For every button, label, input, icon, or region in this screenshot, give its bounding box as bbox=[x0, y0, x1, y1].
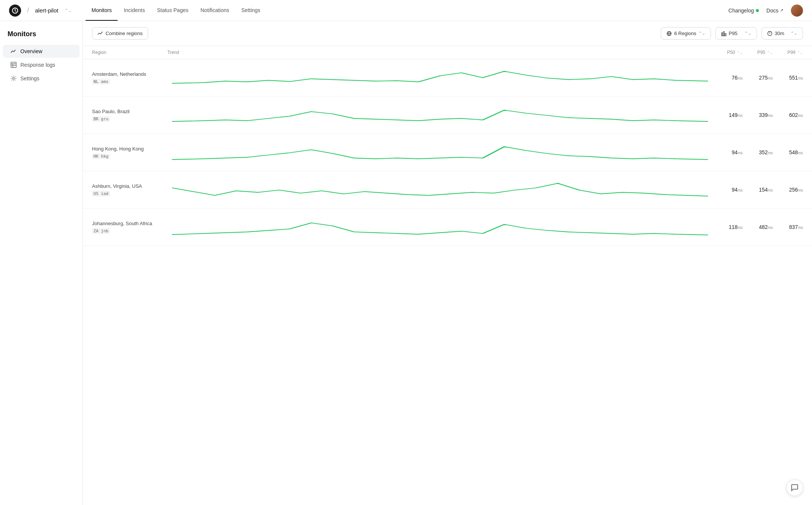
region-code-gru: BR gru bbox=[92, 116, 110, 122]
svg-line-2 bbox=[15, 11, 16, 12]
nav-monitors[interactable]: Monitors bbox=[86, 0, 118, 21]
p99-iad: 256ms bbox=[773, 187, 803, 193]
percentile-label: P95 bbox=[729, 31, 737, 36]
p50-iad: 94ms bbox=[712, 187, 743, 193]
docs-button[interactable]: Docs ↗ bbox=[766, 8, 783, 14]
col-p95[interactable]: P95 ⌃⌄ bbox=[743, 50, 773, 55]
globe-icon bbox=[666, 31, 672, 36]
p50-jnb: 118ms bbox=[712, 224, 743, 230]
region-name-ams: Amsterdam, Netherlands bbox=[92, 71, 167, 78]
time-chevron: ⌃⌄ bbox=[791, 31, 797, 36]
col-p99[interactable]: P99 ⌃⌄ bbox=[773, 50, 803, 55]
time-label: 30m bbox=[775, 31, 784, 36]
p99-hkg: 548ms bbox=[773, 149, 803, 155]
nav-incidents[interactable]: Incidents bbox=[118, 0, 151, 21]
p50-gru: 149ms bbox=[712, 112, 743, 118]
col-p50-label: P50 bbox=[727, 50, 735, 55]
table-row: Amsterdam, Netherlands NL ams 76ms 275ms… bbox=[83, 59, 812, 97]
sidebar-item-overview[interactable]: Overview bbox=[3, 45, 80, 58]
nav-notifications[interactable]: Notifications bbox=[195, 0, 235, 21]
sidebar-settings-label: Settings bbox=[20, 75, 40, 81]
p95-jnb: 482ms bbox=[743, 224, 773, 230]
region-info-jnb: Johannesburg, South Africa ZA jnb bbox=[92, 220, 167, 234]
combine-regions-button[interactable]: Combine regions bbox=[92, 27, 148, 40]
p99-sort-icon: ⌃⌄ bbox=[797, 51, 803, 55]
svg-rect-13 bbox=[725, 34, 726, 36]
chat-icon bbox=[791, 484, 798, 491]
region-info-gru: Sao Paulo, Brazil BR gru bbox=[92, 108, 167, 122]
app-logo[interactable] bbox=[9, 5, 21, 17]
p50-sort-icon: ⌃⌄ bbox=[737, 51, 743, 55]
svg-rect-3 bbox=[11, 62, 16, 68]
region-name-iad: Ashburn, Virginia, USA bbox=[92, 183, 167, 190]
timer-icon bbox=[767, 31, 772, 36]
regions-select[interactable]: 6 Regions ⌃⌄ bbox=[661, 27, 711, 40]
sidebar-item-settings[interactable]: Settings bbox=[3, 72, 80, 85]
region-code-hkg: HK hkg bbox=[92, 153, 110, 159]
docs-label: Docs bbox=[766, 8, 778, 14]
p95-sort-icon: ⌃⌄ bbox=[767, 51, 773, 55]
app-name: alert-pilot bbox=[35, 7, 58, 14]
percentile-select[interactable]: P95 ⌃⌄ bbox=[715, 27, 757, 40]
p95-gru: 339ms bbox=[743, 112, 773, 118]
changelog-dot bbox=[756, 9, 759, 12]
main-layout: Monitors Overview Response logs bbox=[0, 21, 812, 505]
region-code-jnb: ZA jnb bbox=[92, 228, 110, 234]
region-info-iad: Ashburn, Virginia, USA US iad bbox=[92, 183, 167, 196]
col-trend-label: Trend bbox=[167, 50, 179, 55]
col-p99-label: P99 bbox=[787, 50, 795, 55]
sparkline-hkg bbox=[167, 139, 712, 166]
sparkline-jnb bbox=[167, 214, 712, 240]
table-icon bbox=[11, 62, 17, 68]
table-row: Hong Kong, Hong Kong HK hkg 94ms 352ms 5… bbox=[83, 134, 812, 171]
sparkline-gru bbox=[167, 102, 712, 128]
p50-ams: 76ms bbox=[712, 75, 743, 81]
region-name-hkg: Hong Kong, Hong Kong bbox=[92, 146, 167, 152]
nav-right: Changelog Docs ↗ bbox=[728, 5, 803, 17]
region-info-ams: Amsterdam, Netherlands NL ams bbox=[92, 71, 167, 84]
gear-icon bbox=[11, 75, 17, 81]
app-switcher-icon[interactable]: ⌃⌄ bbox=[64, 8, 72, 13]
sidebar: Monitors Overview Response logs bbox=[0, 21, 83, 505]
p99-gru: 602ms bbox=[773, 112, 803, 118]
nav-links: Monitors Incidents Status Pages Notifica… bbox=[86, 0, 267, 21]
content-area: Combine regions 6 Regions ⌃⌄ P95 bbox=[83, 21, 812, 505]
col-region-label: Region bbox=[92, 50, 106, 55]
nav-status-pages[interactable]: Status Pages bbox=[151, 0, 194, 21]
top-nav: / alert-pilot ⌃⌄ Monitors Incidents Stat… bbox=[0, 0, 812, 21]
combine-regions-label: Combine regions bbox=[106, 31, 142, 36]
col-p50[interactable]: P50 ⌃⌄ bbox=[712, 50, 743, 55]
sparkline-ams bbox=[167, 64, 712, 91]
nav-settings[interactable]: Settings bbox=[235, 0, 267, 21]
bar-chart-icon bbox=[721, 31, 726, 36]
user-avatar[interactable] bbox=[791, 5, 803, 17]
sparkline-iad bbox=[167, 177, 712, 203]
time-select[interactable]: 30m ⌃⌄ bbox=[761, 27, 803, 40]
changelog-button[interactable]: Changelog bbox=[728, 8, 759, 14]
region-code-iad: US iad bbox=[92, 191, 110, 196]
changelog-label: Changelog bbox=[728, 8, 754, 14]
p95-hkg: 352ms bbox=[743, 149, 773, 155]
col-p95-label: P95 bbox=[757, 50, 765, 55]
svg-point-7 bbox=[13, 78, 15, 80]
chart-icon bbox=[11, 48, 17, 54]
table-header: Region Trend P50 ⌃⌄ P95 ⌃⌄ P99 ⌃⌄ bbox=[83, 46, 812, 59]
p95-iad: 154ms bbox=[743, 187, 773, 193]
svg-rect-12 bbox=[723, 32, 725, 36]
external-link-icon: ↗ bbox=[780, 8, 783, 13]
sidebar-overview-label: Overview bbox=[20, 48, 42, 54]
region-info-hkg: Hong Kong, Hong Kong HK hkg bbox=[92, 146, 167, 159]
region-name-jnb: Johannesburg, South Africa bbox=[92, 220, 167, 227]
toolbar: Combine regions 6 Regions ⌃⌄ P95 bbox=[83, 21, 812, 46]
regions-label: 6 Regions bbox=[674, 31, 696, 36]
sidebar-item-response-logs[interactable]: Response logs bbox=[3, 58, 80, 71]
col-trend: Trend bbox=[167, 50, 712, 55]
svg-rect-11 bbox=[722, 33, 723, 36]
chat-button[interactable] bbox=[786, 479, 803, 496]
col-region: Region bbox=[92, 50, 167, 55]
table-row: Johannesburg, South Africa ZA jnb 118ms … bbox=[83, 209, 812, 246]
region-name-gru: Sao Paulo, Brazil bbox=[92, 108, 167, 115]
chart-line-icon bbox=[98, 31, 103, 36]
sidebar-response-logs-label: Response logs bbox=[20, 62, 55, 68]
p99-jnb: 837ms bbox=[773, 224, 803, 230]
